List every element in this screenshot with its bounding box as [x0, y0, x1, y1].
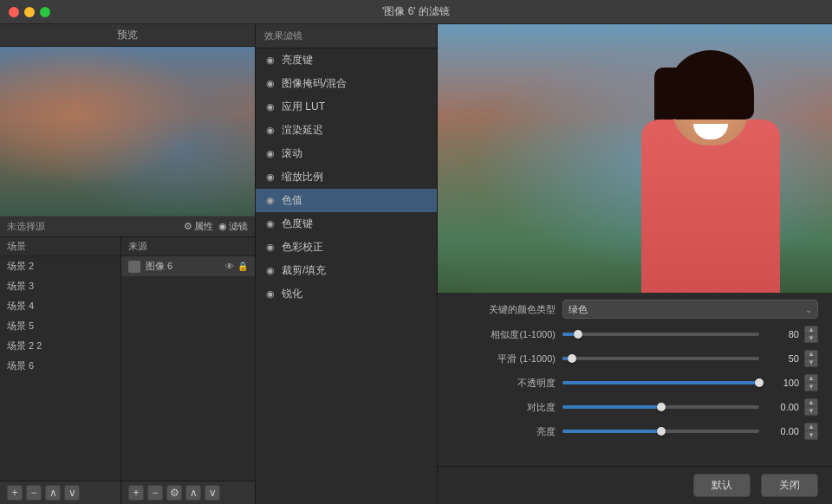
contrast-stepper[interactable]: ▲ ▼	[804, 398, 818, 416]
scene-item[interactable]: 场景 6	[0, 356, 120, 376]
filter-label: 亮度键	[282, 53, 313, 68]
filter-item[interactable]: ◉ 缩放比例	[256, 165, 437, 189]
close-button[interactable]: 关闭	[761, 474, 818, 497]
filter-item[interactable]: ◉ 图像掩码/混合	[256, 72, 437, 95]
filter-item[interactable]: ◉ 渲染延迟	[256, 119, 437, 142]
smooth-down-button[interactable]: ▼	[804, 359, 818, 367]
contrast-down-button[interactable]: ▼	[804, 407, 818, 416]
smooth-row: 平滑 (1-1000) 50 ▲ ▼	[452, 350, 818, 367]
window-controls[interactable]	[9, 7, 50, 17]
chevron-down-source-button[interactable]: ∨	[205, 485, 220, 501]
settings-source-button[interactable]: ⚙	[166, 485, 182, 501]
filter-eye-icon: ◉	[264, 148, 276, 160]
chevron-up-source-button[interactable]: ∧	[185, 485, 201, 501]
brightness-row: 亮度 0.00 ▲ ▼	[452, 423, 818, 440]
smooth-value: 50	[764, 353, 799, 364]
opacity-stepper[interactable]: ▲ ▼	[804, 374, 818, 391]
key-color-label: 关键的颜色类型	[452, 303, 556, 316]
filter-eye-icon: ◉	[264, 242, 276, 254]
preview-body	[641, 120, 780, 293]
scene-item[interactable]: 场景 4	[0, 296, 120, 316]
remove-scene-button[interactable]: −	[26, 485, 42, 501]
opacity-down-button[interactable]: ▼	[804, 383, 818, 391]
brightness-down-button[interactable]: ▼	[804, 431, 818, 440]
main-layout: 预览 未选择源 ⚙ 属性 ◉ 滤镜	[0, 24, 832, 504]
similarity-label: 相似度(1-1000)	[452, 328, 556, 341]
chevron-down-scene-button[interactable]: ∨	[64, 485, 80, 501]
source-item[interactable]: 图像 6 👁 🔒	[121, 256, 255, 276]
filters-list: ◉ 亮度键 ◉ 图像掩码/混合 ◉ 应用 LUT ◉ 渲染延迟 ◉ 滚动 ◉ 缩…	[256, 48, 437, 504]
filters-header: 效果滤镜	[256, 24, 437, 48]
default-button[interactable]: 默认	[693, 474, 751, 497]
scene-item[interactable]: 场景 3	[0, 276, 120, 296]
titlebar: '图像 6' 的滤镜	[0, 0, 832, 24]
similarity-stepper[interactable]: ▲ ▼	[804, 326, 818, 343]
filter-item[interactable]: ◉ 锐化	[256, 282, 437, 306]
opacity-up-button[interactable]: ▲	[804, 374, 818, 383]
brightness-label: 亮度	[452, 425, 556, 438]
bottom-section: 未选择源 ⚙ 属性 ◉ 滤镜 场景 场景 2场景 3场景 4场景 5场景	[0, 216, 255, 504]
contrast-slider[interactable]	[562, 405, 759, 409]
brightness-slider[interactable]	[562, 430, 759, 433]
key-color-dropdown[interactable]: 绿色 ⌄	[562, 300, 818, 319]
source-list: 图像 6 👁 🔒	[121, 256, 255, 481]
filter-item[interactable]: ◉ 亮度键	[256, 48, 437, 72]
filter-icon: ◉	[218, 221, 227, 232]
add-scene-button[interactable]: +	[7, 485, 23, 501]
smooth-value-area: 50 ▲ ▼	[562, 350, 818, 367]
opacity-slider[interactable]	[562, 381, 759, 384]
opacity-value-area: 100 ▲ ▼	[562, 374, 818, 391]
minimize-window-button[interactable]	[24, 7, 35, 17]
filters-button[interactable]: ◉ 滤镜	[218, 220, 248, 233]
filter-label: 滚动	[282, 146, 302, 161]
scene-item[interactable]: 场景 5	[0, 316, 120, 336]
scenes-list: 场景 2场景 3场景 4场景 5场景 2 2场景 6	[0, 256, 120, 481]
smooth-slider[interactable]	[562, 357, 759, 360]
filter-eye-icon: ◉	[264, 288, 276, 300]
close-window-button[interactable]	[9, 7, 19, 17]
filter-item[interactable]: ◉ 应用 LUT	[256, 95, 437, 119]
contrast-up-button[interactable]: ▲	[804, 398, 818, 407]
source-bottom-bar: + − ⚙ ∧ ∨	[121, 481, 255, 504]
brightness-value-area: 0.00 ▲ ▼	[562, 423, 818, 440]
maximize-window-button[interactable]	[40, 7, 50, 17]
similarity-row: 相似度(1-1000) 80 ▲ ▼	[452, 326, 818, 343]
add-source-button[interactable]: +	[128, 485, 144, 501]
filter-item[interactable]: ◉ 裁剪/填充	[256, 259, 437, 282]
similarity-up-button[interactable]: ▲	[804, 326, 818, 334]
key-color-value-area: 绿色 ⌄	[562, 300, 818, 319]
key-color-row: 关键的颜色类型 绿色 ⌄	[452, 300, 818, 319]
preview-image	[0, 47, 255, 216]
window-title: '图像 6' 的滤镜	[382, 4, 450, 19]
similarity-down-button[interactable]: ▼	[804, 334, 818, 343]
controls-area: 关键的颜色类型 绿色 ⌄ 相似度(1-1000) 80	[438, 293, 832, 466]
remove-source-button[interactable]: −	[147, 485, 163, 501]
lock-icon[interactable]: 🔒	[237, 262, 248, 271]
scene-item[interactable]: 场景 2	[0, 256, 120, 276]
opacity-label: 不透明度	[452, 377, 556, 390]
chevron-up-scene-button[interactable]: ∧	[45, 485, 61, 501]
attributes-button[interactable]: ⚙ 属性	[184, 220, 213, 233]
opacity-value: 100	[764, 378, 799, 388]
eye-icon[interactable]: 👁	[225, 262, 234, 271]
filter-item[interactable]: ◉ 色彩校正	[256, 236, 437, 259]
smooth-up-button[interactable]: ▲	[804, 350, 818, 359]
source-item-icon	[128, 261, 140, 273]
preview-smile	[693, 124, 728, 139]
similarity-value: 80	[764, 329, 799, 339]
large-preview	[438, 24, 832, 293]
scene-item[interactable]: 场景 2 2	[0, 336, 120, 356]
filter-eye-icon: ◉	[264, 101, 276, 113]
filter-eye-icon: ◉	[264, 218, 276, 230]
filter-item[interactable]: ◉ 色度键	[256, 212, 437, 236]
brightness-stepper[interactable]: ▲ ▼	[804, 423, 818, 440]
brightness-up-button[interactable]: ▲	[804, 423, 818, 431]
contrast-label: 对比度	[452, 401, 556, 414]
filter-item[interactable]: ◉ 色值	[256, 189, 437, 212]
smooth-stepper[interactable]: ▲ ▼	[804, 350, 818, 367]
filter-label: 渲染延迟	[282, 123, 323, 138]
filter-label: 缩放比例	[282, 170, 323, 184]
similarity-slider[interactable]	[562, 333, 759, 336]
filter-item[interactable]: ◉ 滚动	[256, 142, 437, 165]
opacity-row: 不透明度 100 ▲ ▼	[452, 374, 818, 391]
